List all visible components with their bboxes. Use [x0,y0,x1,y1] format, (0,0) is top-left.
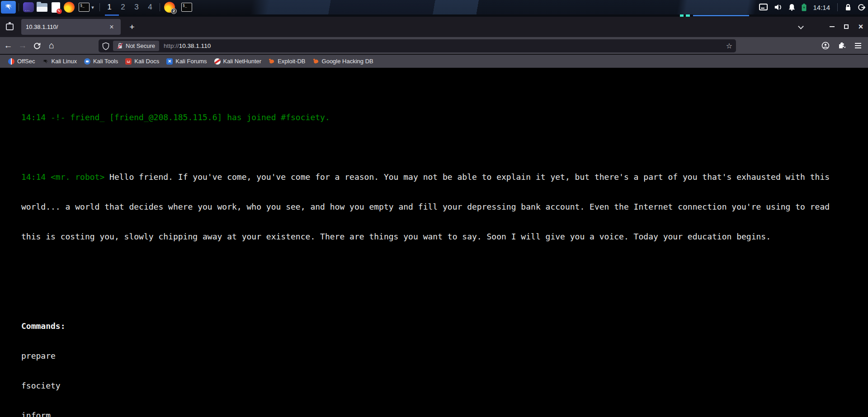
taskbar-window-terminal[interactable]: $_ [180,1,193,14]
irc-join-line: 14:14 -!- friend_ [friend_@208.185.115.6… [21,112,850,122]
workspace-switcher-1[interactable]: 1 [103,3,116,12]
broken-lock-icon [117,42,123,49]
terminal-icon: $_ [79,3,90,12]
firefox-tab-count-badge: 2 [171,8,177,14]
kali-menu-button[interactable] [1,1,16,14]
kali-forums-icon: ✕ [166,58,173,65]
window-maximize-button[interactable] [840,20,853,33]
command-inform: inform [21,411,850,417]
reload-button[interactable] [31,39,43,52]
tab-title: 10.38.1.110/ [26,23,107,30]
terminal-app-icon [23,2,34,12]
navigation-toolbar: ← → ⌂ Not Secure http://10.38.1.110 ☆ [0,37,868,54]
background-window-fragment [693,15,749,16]
bookmark-kali-docs[interactable]: ω Kali Docs [122,56,163,66]
tab-bar: 10.38.1.110/ × + × [0,17,868,37]
kali-docs-icon: ω [125,58,132,65]
panel-separator [160,3,160,11]
commands-header: Commands: [21,321,850,331]
launcher-firefox[interactable] [62,1,76,14]
taskbar-window-firefox[interactable]: 2 [163,1,176,14]
kali-dragon-icon [4,3,13,12]
bookmark-kali-linux[interactable]: Kali Linux [39,56,80,66]
firefox-view-icon[interactable] [6,23,14,30]
volume-tray-icon[interactable] [774,4,782,11]
security-chip[interactable]: Not Secure [113,41,159,51]
firefox-icon: 2 [164,2,175,13]
workspace-switcher-3[interactable]: 3 [130,3,143,12]
panel-separator [99,3,100,11]
account-button[interactable] [819,39,832,52]
shield-icon[interactable] [102,42,109,50]
command-prepare: prepare [21,351,850,361]
launcher-file-manager[interactable] [35,1,49,14]
irc-message-line: 14:14 <mr. robot> Hello friend. If you'v… [21,172,850,182]
chevron-down-icon[interactable]: ▾ [91,5,94,10]
bookmark-star-icon[interactable]: ☆ [726,42,732,50]
bookmarks-toolbar: OffSec Kali Linux Kali Tools ω Kali Docs… [0,55,868,68]
url-text[interactable]: http://10.38.1.110 [164,42,211,49]
kali-nethunter-icon [214,58,221,65]
toolbar-right-buttons [819,39,864,52]
page-content: 14:14 -!- friend_ [friend_@208.185.115.6… [0,68,868,417]
terminal-icon: $_ [181,3,192,12]
offsec-icon [8,58,14,65]
background-window-fragment [105,14,119,16]
chevron-down-icon [798,23,804,29]
list-all-tabs-button[interactable] [795,21,807,33]
security-chip-label: Not Secure [126,42,155,49]
home-button[interactable]: ⌂ [45,39,58,52]
bookmark-kali-tools[interactable]: Kali Tools [80,56,122,66]
bookmark-kali-forums[interactable]: ✕ Kali Forums [163,56,210,66]
kali-linux-icon [42,58,49,65]
launcher-text-editor[interactable]: ✎ [49,1,62,14]
menu-hamburger-icon[interactable] [852,39,864,52]
url-bar[interactable]: Not Secure http://10.38.1.110 ☆ [99,39,736,52]
panel-separator [837,3,838,11]
command-fsociety: fsociety [21,381,850,391]
lock-screen-icon[interactable] [845,4,851,11]
forward-button[interactable]: → [16,39,29,52]
extensions-puzzle-icon[interactable] [835,39,848,52]
irc-message-text: Hello friend. If you've come, you've com… [104,172,830,182]
bookmark-exploit-db[interactable]: Exploit-DB [265,56,309,66]
new-tab-button[interactable]: + [126,21,138,33]
blank-line [21,142,850,152]
firefox-window: 10.38.1.110/ × + × ← → ⌂ Not Secure http… [0,17,868,417]
window-close-button[interactable]: × [854,20,867,33]
notification-bell-icon[interactable] [788,4,795,11]
clock[interactable]: 14:14 [813,4,830,11]
irc-message-prefix: 14:14 <mr. robot> [21,172,104,182]
logout-icon[interactable] [858,4,865,11]
url-host: 10.38.1.110 [179,42,211,49]
tab-10-38-1-110[interactable]: 10.38.1.110/ × [21,19,121,35]
workspace-switcher-4[interactable]: 4 [143,3,157,12]
blank-line [21,262,850,272]
google-hacking-db-icon [313,58,319,65]
bookmark-google-hacking-db[interactable]: Google Hacking DB [309,56,377,66]
workspace-switcher-2[interactable]: 2 [116,3,130,12]
bookmark-kali-nethunter[interactable]: Kali NetHunter [211,56,265,66]
launcher-terminal-emulator[interactable]: $_ ▾ [76,1,97,14]
folder-icon [37,3,47,12]
bookmark-offsec[interactable]: OffSec [5,56,39,66]
top-panel: ✎ $_ ▾ 1 2 3 4 2 $_ 14:14 [0,0,868,14]
back-button[interactable]: ← [2,39,14,52]
window-minimize-button[interactable] [826,20,838,33]
system-tray: 14:14 [759,0,865,14]
irc-message-line: this is costing you, slowly chipping awa… [21,232,850,242]
pencil-badge-icon: ✎ [57,9,62,14]
blank-line [21,291,850,301]
tab-close-icon[interactable]: × [107,23,116,32]
url-scheme: http:// [164,42,179,49]
exploit-db-icon [269,58,275,65]
launcher-terminal-app[interactable] [22,1,35,14]
irc-message-line: world... a world that decides where you … [21,202,850,212]
display-tray-icon[interactable] [759,4,768,11]
firefox-icon [64,2,75,13]
battery-icon[interactable] [802,4,807,11]
panel-separator [19,3,19,11]
kali-tools-icon [84,58,90,65]
document-icon: ✎ [52,2,60,13]
